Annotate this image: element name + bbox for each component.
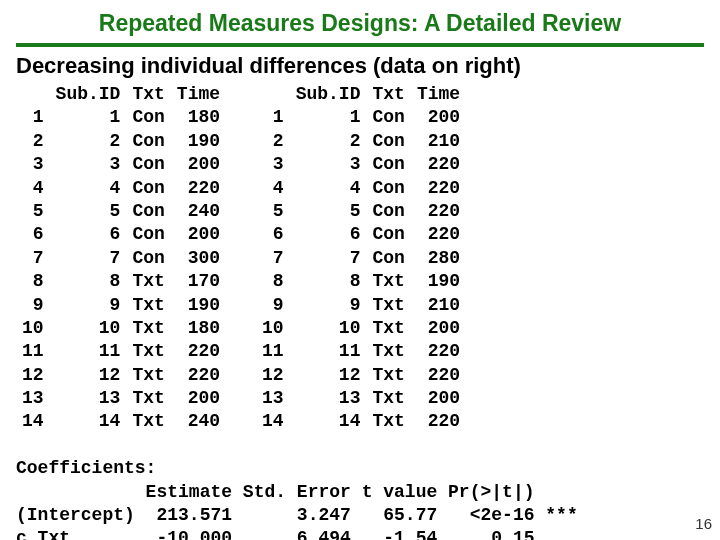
slide-title: Repeated Measures Designs: A Detailed Re… <box>16 10 704 37</box>
table-row: 1111Txt220 <box>16 340 226 363</box>
cell: 9 <box>50 294 127 317</box>
cell: 3 <box>16 153 50 176</box>
cell: 3 <box>290 153 367 176</box>
cell: 13 <box>290 387 367 410</box>
table-row: 77Con280 <box>256 247 466 270</box>
cell: 6 <box>16 223 50 246</box>
slide-subtitle: Decreasing individual differences (data … <box>16 53 704 79</box>
cell: 1 <box>256 106 290 129</box>
table-row: 1010Txt180 <box>16 317 226 340</box>
table-row: 55Con240 <box>16 200 226 223</box>
subtitle-paren: (data on right) <box>373 53 521 78</box>
cell: 11 <box>256 340 290 363</box>
cell: 1 <box>50 106 127 129</box>
cell: 220 <box>411 153 466 176</box>
cell: 7 <box>16 247 50 270</box>
table-row: 1212Txt220 <box>256 364 466 387</box>
col-subid: Sub.ID <box>290 83 367 106</box>
cell: Con <box>126 177 170 200</box>
cell: 10 <box>16 317 50 340</box>
cell: 200 <box>411 387 466 410</box>
cell: 240 <box>171 200 226 223</box>
cell: 220 <box>411 177 466 200</box>
right-tbody: 11Con20022Con21033Con22044Con22055Con220… <box>256 106 466 433</box>
cell: 5 <box>290 200 367 223</box>
cell: 8 <box>16 270 50 293</box>
cell: 2 <box>256 130 290 153</box>
cell: 1 <box>290 106 367 129</box>
cell: 7 <box>290 247 367 270</box>
cell: Txt <box>126 364 170 387</box>
cell: 6 <box>290 223 367 246</box>
cell: 5 <box>16 200 50 223</box>
cell: 210 <box>411 294 466 317</box>
coeff-row-ctxt: c.Txt -10.000 6.494 -1.54 0.15 <box>16 528 534 540</box>
col-idx <box>256 83 290 106</box>
coeff-title: Coefficients: <box>16 458 156 478</box>
cell: 200 <box>171 153 226 176</box>
table-row: 1212Txt220 <box>16 364 226 387</box>
table-row: 22Con190 <box>16 130 226 153</box>
cell: Txt <box>126 317 170 340</box>
table-row: 88Txt170 <box>16 270 226 293</box>
cell: 9 <box>256 294 290 317</box>
cell: 190 <box>171 294 226 317</box>
cell: 200 <box>411 106 466 129</box>
cell: 14 <box>256 410 290 433</box>
cell: 10 <box>290 317 367 340</box>
cell: Con <box>366 223 410 246</box>
cell: 12 <box>16 364 50 387</box>
cell: Con <box>126 130 170 153</box>
cell: 2 <box>50 130 127 153</box>
cell: 14 <box>290 410 367 433</box>
cell: 3 <box>256 153 290 176</box>
right-table: Sub.ID Txt Time 11Con20022Con21033Con220… <box>256 83 466 434</box>
cell: 10 <box>50 317 127 340</box>
col-txt: Txt <box>366 83 410 106</box>
cell: Txt <box>366 364 410 387</box>
cell: 220 <box>171 177 226 200</box>
cell: Txt <box>126 387 170 410</box>
table-row: 44Con220 <box>256 177 466 200</box>
cell: Txt <box>126 270 170 293</box>
cell: Con <box>126 153 170 176</box>
cell: Con <box>366 106 410 129</box>
data-tables-row: Sub.ID Txt Time 11Con18022Con19033Con200… <box>16 83 704 434</box>
cell: Con <box>366 200 410 223</box>
cell: 4 <box>50 177 127 200</box>
table-row: 77Con300 <box>16 247 226 270</box>
cell: Con <box>126 247 170 270</box>
cell: 11 <box>50 340 127 363</box>
cell: Txt <box>126 294 170 317</box>
col-idx <box>16 83 50 106</box>
cell: 12 <box>50 364 127 387</box>
subtitle-main: Decreasing individual differences <box>16 53 367 78</box>
table-row: 99Txt210 <box>256 294 466 317</box>
table-row: 33Con200 <box>16 153 226 176</box>
cell: Con <box>366 247 410 270</box>
table-row: 11Con200 <box>256 106 466 129</box>
page-number: 16 <box>695 515 712 532</box>
cell: Txt <box>366 317 410 340</box>
cell: 200 <box>171 387 226 410</box>
table-row: 33Con220 <box>256 153 466 176</box>
cell: 7 <box>50 247 127 270</box>
cell: Txt <box>366 294 410 317</box>
table-row: 1313Txt200 <box>256 387 466 410</box>
cell: 190 <box>171 130 226 153</box>
table-row: 44Con220 <box>16 177 226 200</box>
cell: 8 <box>290 270 367 293</box>
title-rule <box>16 43 704 47</box>
cell: 280 <box>411 247 466 270</box>
cell: 170 <box>171 270 226 293</box>
table-row: 99Txt190 <box>16 294 226 317</box>
cell: 13 <box>256 387 290 410</box>
cell: 14 <box>50 410 127 433</box>
cell: 190 <box>411 270 466 293</box>
table-row: 11Con180 <box>16 106 226 129</box>
cell: Con <box>126 106 170 129</box>
cell: Con <box>126 200 170 223</box>
cell: 180 <box>171 106 226 129</box>
cell: 8 <box>256 270 290 293</box>
cell: 3 <box>50 153 127 176</box>
